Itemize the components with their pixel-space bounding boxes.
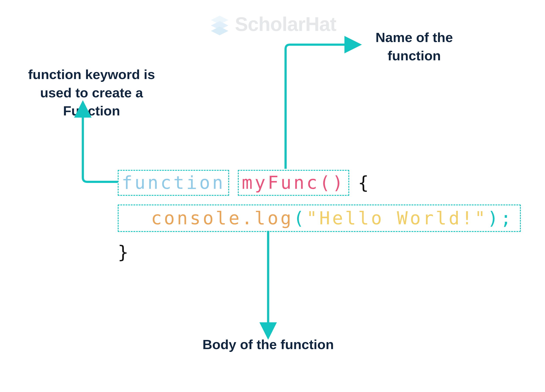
- arrow-keyword: [0, 0, 545, 392]
